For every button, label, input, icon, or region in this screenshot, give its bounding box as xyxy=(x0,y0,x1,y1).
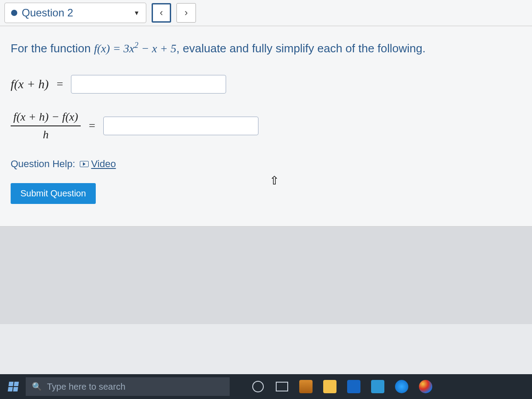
frac-numerator: f(x + h) − f(x) xyxy=(11,110,81,126)
answer-row-2: f(x + h) − f(x) h = xyxy=(11,110,521,141)
store-app-icon xyxy=(371,380,384,393)
submit-question-button[interactable]: Submit Question xyxy=(11,183,96,204)
frac-denominator: h xyxy=(43,126,49,141)
prompt-eq: = xyxy=(110,42,124,55)
question-help-row: Question Help: Video xyxy=(11,158,521,170)
prompt-tail: , evaluate and fully simplify each of th… xyxy=(176,42,426,55)
question-header: Question 2 ▼ ‹ › xyxy=(0,0,532,26)
folder-app-icon xyxy=(299,380,313,393)
circle-icon xyxy=(252,381,264,392)
explorer-app-icon xyxy=(323,380,336,393)
taskbar-icons xyxy=(250,379,434,395)
taskbar-search[interactable]: 🔍 Type here to search xyxy=(26,377,230,396)
prompt-exp: 2 xyxy=(134,41,138,50)
prompt-coef: 3 xyxy=(124,42,129,55)
caret-down-icon: ▼ xyxy=(133,9,140,16)
eq-sign-2: = xyxy=(89,119,95,133)
task-view-icon xyxy=(276,382,288,391)
expr-f-xh: f(x + h) xyxy=(11,77,49,91)
difference-quotient-expr: f(x + h) − f(x) h xyxy=(11,110,81,141)
prompt-fx: f(x) xyxy=(94,42,110,55)
app-icon-6[interactable] xyxy=(418,379,434,395)
next-question-button[interactable]: › xyxy=(176,3,196,23)
question-number-label: Question 2 xyxy=(22,7,129,19)
cortana-button[interactable] xyxy=(250,379,266,395)
chevron-right-icon: › xyxy=(184,7,188,19)
prompt-var1: x xyxy=(129,42,135,55)
windows-taskbar: 🔍 Type here to search xyxy=(0,374,532,399)
question-dropdown[interactable]: Question 2 ▼ xyxy=(4,3,146,23)
app-icon-1[interactable] xyxy=(298,379,314,395)
windows-logo-icon xyxy=(8,382,19,391)
prompt-plus5: + 5 xyxy=(157,42,176,55)
help-label: Question Help: xyxy=(11,158,75,170)
prompt-var2: x xyxy=(152,42,157,55)
mail-app-icon xyxy=(347,380,360,393)
question-body: For the function f(x) = 3x2 − x + 5, eva… xyxy=(0,26,532,227)
answer-row-1: f(x + h) = xyxy=(11,75,521,94)
start-button[interactable] xyxy=(4,377,23,396)
app-icon-4[interactable] xyxy=(370,379,386,395)
submit-button-label: Submit Question xyxy=(20,188,86,198)
empty-area xyxy=(0,227,532,324)
prev-question-button[interactable]: ‹ xyxy=(152,3,171,23)
chrome-app-icon xyxy=(419,380,432,393)
video-help-link[interactable]: Video xyxy=(80,158,116,170)
prompt-minus: − xyxy=(138,42,152,55)
prompt-lead: For the function xyxy=(11,42,91,55)
search-icon: 🔍 xyxy=(32,382,42,391)
app-icon-2[interactable] xyxy=(322,379,338,395)
edge-app-icon xyxy=(395,380,408,393)
task-view-button[interactable] xyxy=(274,379,290,395)
search-placeholder: Type here to search xyxy=(47,382,125,392)
eq-sign-1: = xyxy=(57,78,63,91)
video-icon xyxy=(80,161,89,167)
status-dot-icon xyxy=(11,10,17,16)
chevron-left-icon: ‹ xyxy=(160,7,163,19)
video-link-text: Video xyxy=(91,158,116,170)
answer-input-2[interactable] xyxy=(103,117,258,135)
question-prompt: For the function f(x) = 3x2 − x + 5, eva… xyxy=(11,39,521,57)
answer-input-1[interactable] xyxy=(71,75,226,94)
app-icon-5[interactable] xyxy=(394,379,410,395)
app-icon-3[interactable] xyxy=(346,379,362,395)
